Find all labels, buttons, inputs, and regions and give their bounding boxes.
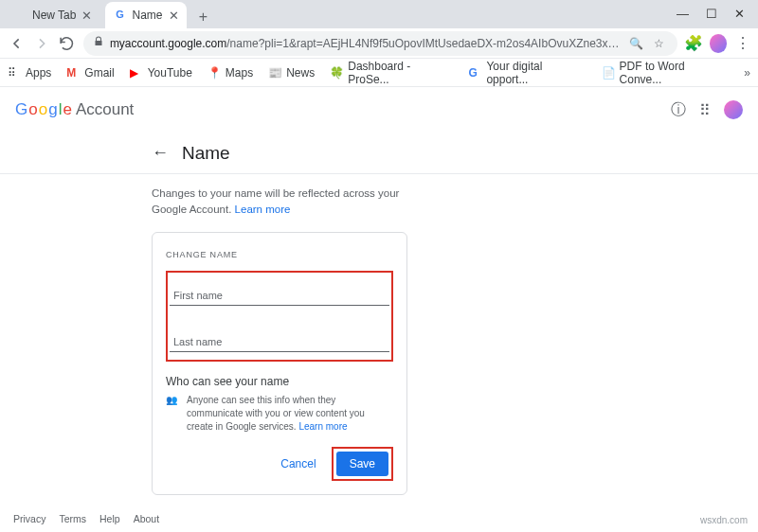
save-button[interactable]: Save [336, 452, 388, 476]
app-header: Google Account ⓘ ⠿ [0, 87, 758, 133]
minimize-icon[interactable]: — [677, 7, 689, 21]
footer-terms[interactable]: Terms [59, 513, 86, 524]
favicon-blank [13, 9, 27, 22]
new-tab-button[interactable]: + [192, 6, 215, 28]
back-arrow-icon[interactable]: ← [152, 143, 169, 163]
google-icon: G [469, 66, 482, 80]
tab-new[interactable]: New Tab ✕ [6, 2, 99, 28]
change-name-card: CHANGE NAME First name Last name Who can… [152, 232, 407, 495]
bookmark-label: PDF to Word Conve... [620, 60, 730, 86]
tab-title: New Tab [32, 9, 76, 22]
page-title: Name [182, 143, 230, 164]
learn-more-link[interactable]: Learn more [235, 204, 291, 215]
grid-icon: ⠿ [8, 66, 21, 80]
bookmark-label: Gmail [84, 66, 114, 80]
bookmark-news[interactable]: 📰News [268, 66, 315, 80]
close-window-icon[interactable]: ✕ [734, 7, 745, 21]
last-name-label: Last name [173, 336, 386, 347]
bookmark-dashboard[interactable]: 🍀Dashboard - ProSe... [330, 60, 453, 86]
bookmark-youtube[interactable]: ▶YouTube [130, 66, 192, 80]
tab-name[interactable]: G Name ✕ [105, 2, 186, 28]
help-icon[interactable]: ⓘ [671, 100, 686, 120]
browser-toolbar: myaccount.google.com/name?pli=1&rapt=AEj… [0, 28, 758, 59]
visibility-text: Anyone can see this info when they commu… [187, 394, 393, 434]
address-bar[interactable]: myaccount.google.com/name?pli=1&rapt=AEj… [83, 31, 677, 56]
footer-about[interactable]: About [134, 513, 159, 524]
last-name-field[interactable]: Last name [170, 323, 389, 352]
forward-button[interactable] [33, 34, 51, 53]
card-actions: Cancel Save [166, 447, 393, 481]
account-text: Account [76, 100, 134, 119]
star-icon[interactable]: ☆ [651, 35, 668, 52]
profile-avatar[interactable] [710, 34, 728, 53]
first-name-label: First name [173, 290, 386, 301]
google-logo: Google [15, 100, 72, 119]
first-name-field[interactable]: First name [170, 276, 389, 306]
browser-tabstrip: New Tab ✕ G Name ✕ + — ☐ ✕ [0, 0, 758, 28]
footer-privacy[interactable]: Privacy [13, 513, 45, 524]
apps-grid-icon[interactable]: ⠿ [699, 101, 711, 119]
tab-title: Name [132, 9, 162, 22]
bookmarks-bar: ⠿Apps MGmail ▶YouTube 📍Maps 📰News 🍀Dashb… [0, 59, 758, 87]
bookmark-label: YouTube [148, 66, 192, 80]
people-icon: 👥 [166, 394, 179, 434]
bookmark-label: Your digital opport... [486, 60, 586, 86]
bookmark-digital[interactable]: GYour digital opport... [469, 60, 587, 86]
bookmark-gmail[interactable]: MGmail [66, 66, 114, 80]
bookmark-label: Dashboard - ProSe... [348, 60, 453, 86]
url-text: myaccount.google.com/name?pli=1&rapt=AEj… [110, 37, 623, 50]
close-icon[interactable]: ✕ [81, 9, 92, 23]
bookmark-pdf[interactable]: 📄PDF to Word Conve... [602, 60, 730, 86]
favicon-google: G [113, 9, 126, 22]
youtube-icon: ▶ [130, 66, 143, 80]
card-heading: CHANGE NAME [166, 250, 393, 259]
maps-icon: 📍 [208, 66, 221, 80]
page-header: ← Name [0, 133, 758, 174]
bookmark-maps[interactable]: 📍Maps [208, 66, 253, 80]
bookmark-label: Maps [226, 66, 253, 80]
close-icon[interactable]: ✕ [169, 9, 179, 23]
bookmark-label: News [286, 66, 315, 80]
reload-button[interactable] [58, 34, 76, 53]
gmail-icon: M [66, 66, 80, 80]
menu-icon[interactable]: ⋮ [734, 35, 750, 52]
name-fields-highlight: First name Last name [166, 271, 393, 362]
back-button[interactable] [8, 34, 26, 53]
bookmark-overflow-icon[interactable]: » [744, 66, 750, 80]
bookmark-label: Apps [26, 66, 51, 80]
page-description: Changes to your name will be reflected a… [152, 186, 417, 219]
watermark: wsxdn.com [697, 514, 750, 526]
clover-icon: 🍀 [330, 66, 343, 80]
main-content: Changes to your name will be reflected a… [0, 174, 417, 495]
maximize-icon[interactable]: ☐ [706, 7, 717, 21]
save-highlight: Save [332, 447, 393, 481]
visibility-info: 👥 Anyone can see this info when they com… [166, 394, 393, 434]
cancel-button[interactable]: Cancel [280, 457, 316, 470]
visibility-heading: Who can see your name [166, 375, 393, 388]
footer-help[interactable]: Help [99, 513, 120, 524]
extensions-icon[interactable]: 🧩 [685, 35, 702, 52]
news-icon: 📰 [268, 66, 281, 80]
footer-links: Privacy Terms Help About [13, 513, 159, 524]
bookmark-apps[interactable]: ⠿Apps [8, 66, 51, 80]
lock-icon [93, 36, 104, 50]
pdf-icon: 📄 [602, 66, 615, 80]
learn-more-link[interactable]: Learn more [298, 421, 347, 432]
search-icon[interactable]: 🔍 [628, 35, 645, 52]
account-avatar[interactable] [724, 100, 743, 119]
